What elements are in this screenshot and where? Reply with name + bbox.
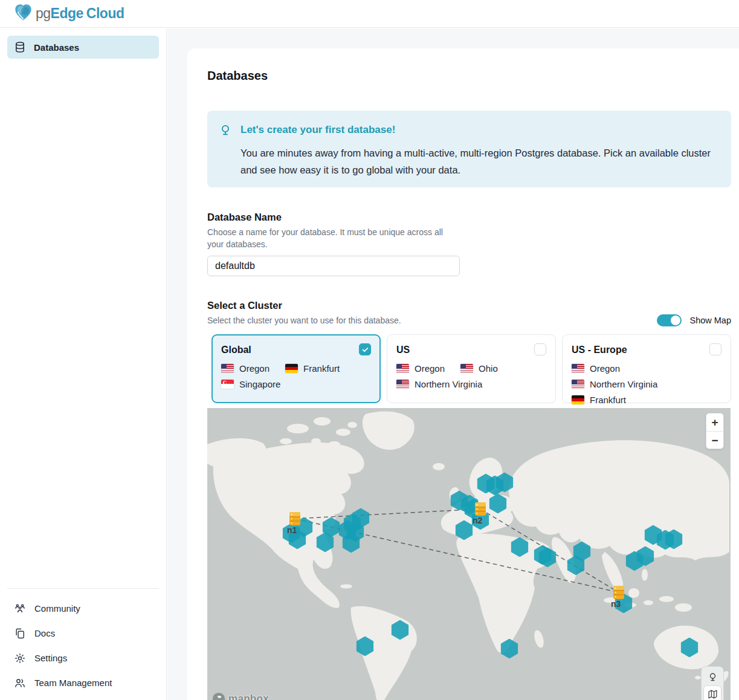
community-icon bbox=[14, 603, 26, 615]
map-style-control bbox=[701, 666, 724, 700]
tip-globe-icon bbox=[219, 124, 232, 137]
region-item: Frankfurt bbox=[572, 395, 626, 405]
region-item: Oregon bbox=[221, 363, 269, 374]
map-marker-layer: n1n2n3 bbox=[207, 408, 731, 700]
logo-text-edge: Edge bbox=[51, 5, 83, 21]
page-title: Databases bbox=[207, 68, 731, 83]
sidebar-item-settings[interactable]: Settings bbox=[7, 646, 158, 670]
region-item: Singapore bbox=[221, 379, 280, 389]
node-database-icon bbox=[474, 502, 486, 516]
cluster-name: US - Europe bbox=[572, 343, 627, 357]
world-map[interactable]: n1n2n3 + − bbox=[207, 408, 731, 700]
flag-icon bbox=[221, 380, 234, 389]
region-item: Ohio bbox=[460, 363, 498, 374]
cluster-checkbox[interactable] bbox=[359, 343, 371, 355]
sidebar-item-label: Settings bbox=[34, 653, 67, 663]
toggle-knob bbox=[671, 316, 680, 325]
mapbox-icon bbox=[212, 692, 225, 700]
logo-text-cloud: Cloud bbox=[86, 5, 124, 21]
sidebar-item-label: Docs bbox=[34, 628, 55, 638]
node-database-icon bbox=[613, 585, 625, 600]
db-node-n2[interactable]: n2 bbox=[474, 502, 486, 516]
zoom-out-button[interactable]: − bbox=[706, 431, 723, 449]
banner-title: Let's create your first database! bbox=[240, 123, 719, 137]
region-hex-marker[interactable] bbox=[392, 620, 409, 640]
pgedge-heart-icon bbox=[13, 2, 33, 25]
mapbox-wordmark: mapbox bbox=[228, 693, 269, 700]
region-hex-marker[interactable] bbox=[357, 637, 374, 656]
region-hex-marker[interactable] bbox=[456, 520, 473, 540]
flag-icon bbox=[572, 364, 584, 373]
first-database-banner: Let's create your first database! You ar… bbox=[207, 111, 731, 187]
sidebar-item-docs[interactable]: Docs bbox=[7, 621, 158, 646]
region-hex-marker[interactable] bbox=[511, 537, 529, 557]
select-cluster-label: Select a Cluster bbox=[207, 300, 731, 311]
sidebar: Databases Community Docs Settings bbox=[0, 28, 167, 700]
globe-stand-icon bbox=[708, 672, 718, 682]
docs-icon bbox=[14, 627, 26, 640]
node-label: n2 bbox=[473, 516, 482, 525]
zoom-in-button[interactable]: + bbox=[706, 413, 723, 431]
region-hex-marker[interactable] bbox=[489, 494, 507, 514]
cluster-card-us-europe[interactable]: US - Europe Oregon Northern Virginia Fra… bbox=[562, 334, 731, 403]
check-icon bbox=[361, 346, 369, 354]
cluster-name: US bbox=[396, 343, 410, 357]
logo-text-pg: pg bbox=[36, 5, 51, 21]
node-label: n1 bbox=[287, 525, 297, 535]
pgedge-logo[interactable]: pgEdgeCloud bbox=[13, 2, 124, 25]
mapbox-logo[interactable]: mapbox bbox=[212, 692, 269, 700]
top-header: pgEdgeCloud bbox=[0, 0, 739, 28]
region-item: Northern Virginia bbox=[572, 379, 657, 389]
map-view-button[interactable] bbox=[703, 685, 721, 700]
sidebar-item-label: Team Management bbox=[34, 678, 112, 688]
database-icon bbox=[14, 41, 26, 53]
flag-icon bbox=[285, 364, 298, 373]
region-hex-marker[interactable] bbox=[501, 639, 518, 659]
database-name-label: Database Name bbox=[207, 212, 731, 223]
show-map-toggle[interactable] bbox=[657, 314, 682, 326]
map-zoom-control: + − bbox=[706, 413, 724, 449]
node-database-icon bbox=[289, 511, 301, 526]
folded-map-icon bbox=[708, 689, 718, 699]
globe-view-button[interactable] bbox=[703, 669, 721, 685]
sidebar-item-databases[interactable]: Databases bbox=[7, 36, 159, 59]
cluster-card-row: Global Oregon Frankfurt Singapore US bbox=[211, 334, 731, 403]
team-icon bbox=[14, 677, 26, 689]
sidebar-item-label: Community bbox=[34, 603, 80, 614]
sidebar-item-community[interactable]: Community bbox=[7, 596, 158, 621]
flag-icon bbox=[572, 395, 584, 404]
node-label: n3 bbox=[611, 599, 621, 609]
show-map-label: Show Map bbox=[689, 316, 731, 325]
region-item: Northern Virginia bbox=[396, 379, 482, 389]
database-name-help: Choose a name for your database. It must… bbox=[207, 226, 455, 250]
region-item: Frankfurt bbox=[285, 363, 340, 374]
region-hex-marker[interactable] bbox=[681, 638, 699, 658]
database-name-input[interactable] bbox=[207, 256, 460, 276]
settings-icon bbox=[14, 652, 26, 664]
sidebar-item-label: Databases bbox=[34, 42, 79, 53]
db-node-n1[interactable]: n1 bbox=[289, 511, 301, 526]
banner-body: You are minutes away from having a multi… bbox=[240, 144, 719, 178]
flag-icon bbox=[396, 364, 409, 373]
cluster-name: Global bbox=[221, 343, 251, 357]
db-node-n3[interactable]: n3 bbox=[613, 585, 625, 600]
cluster-checkbox[interactable] bbox=[709, 343, 721, 355]
flag-icon bbox=[460, 364, 473, 373]
content-card: Databases Let's create your first databa… bbox=[187, 48, 739, 700]
main-area: Databases Let's create your first databa… bbox=[167, 28, 739, 700]
select-cluster-help: Select the cluster you want to use for t… bbox=[207, 316, 401, 325]
region-item: Oregon bbox=[396, 363, 445, 374]
sidebar-footer: Community Docs Settings Team Managemen bbox=[7, 588, 158, 700]
sidebar-item-team-management[interactable]: Team Management bbox=[7, 670, 158, 695]
flag-icon bbox=[221, 364, 234, 373]
cluster-card-us[interactable]: US Oregon Ohio Northern Virginia bbox=[387, 334, 556, 403]
flag-icon bbox=[396, 380, 409, 389]
cluster-card-global[interactable]: Global Oregon Frankfurt Singapore bbox=[211, 334, 381, 403]
cluster-checkbox[interactable] bbox=[534, 343, 546, 355]
flag-icon bbox=[572, 380, 584, 389]
region-item: Oregon bbox=[572, 363, 620, 374]
